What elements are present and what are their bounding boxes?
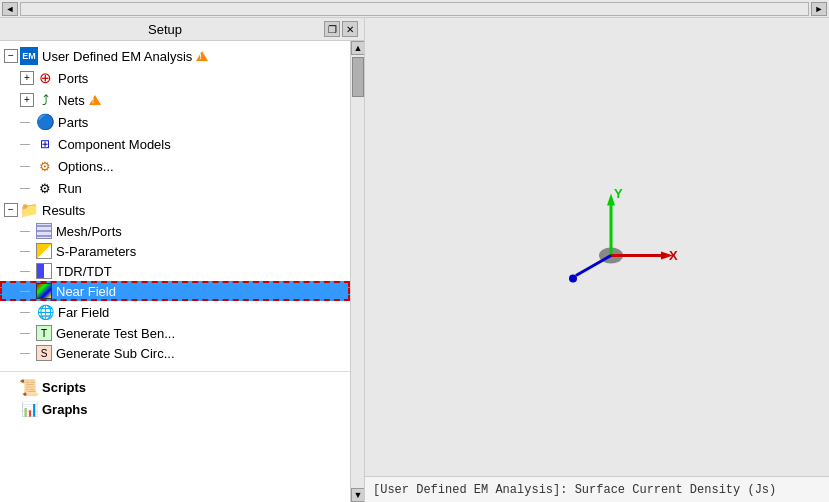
farfield-icon: 🌐: [36, 303, 54, 321]
comp-icon: ⊞: [36, 135, 54, 153]
status-bar: [User Defined EM Analysis]: Surface Curr…: [365, 476, 829, 502]
tree-item-parts[interactable]: 🔵Parts: [0, 111, 350, 133]
mesh-icon: [36, 223, 52, 239]
item-label: Parts: [58, 115, 88, 130]
tree-item-options[interactable]: ⚙Options...: [0, 155, 350, 177]
tree-connector: [20, 291, 36, 292]
tree-connector: [20, 271, 36, 272]
tree-item-gen-sub-circ[interactable]: SGenerate Sub Circ...: [0, 343, 350, 363]
sidebar-item-scripts[interactable]: 📜 Scripts: [0, 376, 350, 398]
item-label: Nets: [58, 93, 85, 108]
tree-item-s-parameters[interactable]: S-Parameters: [0, 241, 350, 261]
warning-icon: [196, 51, 208, 61]
scroll-right-arrow[interactable]: ►: [811, 2, 827, 16]
item-label: User Defined EM Analysis: [42, 49, 192, 64]
expand-btn[interactable]: −: [4, 49, 18, 63]
setup-panel: Setup ❐ ✕ −EMUser Defined EM Analysis+⊕P…: [0, 18, 365, 502]
bottom-items: 📜 Scripts 📊 Graphs: [0, 371, 350, 420]
axes-svg: Y X: [561, 186, 681, 306]
tree-item-component-models[interactable]: ⊞Component Models: [0, 133, 350, 155]
item-label: Mesh/Ports: [56, 224, 122, 239]
warning-icon: [89, 95, 101, 105]
tree-item-gen-test-ben[interactable]: TGenerate Test Ben...: [0, 323, 350, 343]
top-scrollbar[interactable]: ◄ ►: [0, 0, 829, 18]
item-label: Ports: [58, 71, 88, 86]
graphs-label: Graphs: [42, 402, 88, 417]
item-label: Results: [42, 203, 85, 218]
panel-header: Setup ❐ ✕: [0, 18, 364, 41]
tree-connector: [20, 144, 36, 145]
expand-btn[interactable]: +: [20, 93, 34, 107]
tree-item-run[interactable]: ⚙Run: [0, 177, 350, 199]
run-icon: ⚙: [36, 179, 54, 197]
item-label: Options...: [58, 159, 114, 174]
scroll-left-arrow[interactable]: ◄: [2, 2, 18, 16]
nearfield-icon: [36, 283, 52, 299]
tree-item-root[interactable]: −EMUser Defined EM Analysis: [0, 45, 350, 67]
parts-icon: 🔵: [36, 113, 54, 131]
z-axis-line: [576, 256, 611, 276]
item-label: Generate Test Ben...: [56, 326, 175, 341]
tree-item-mesh-ports[interactable]: Mesh/Ports: [0, 221, 350, 241]
tree-connector: [20, 166, 36, 167]
tree-item-far-field[interactable]: 🌐Far Field: [0, 301, 350, 323]
tree-container: −EMUser Defined EM Analysis+⊕Ports+⤴Nets…: [0, 41, 350, 502]
scroll-track[interactable]: [20, 2, 809, 16]
tree-item-tdr-tdt[interactable]: TDR/TDT: [0, 261, 350, 281]
tree-connector: [20, 231, 36, 232]
item-label: Generate Sub Circ...: [56, 346, 175, 361]
3d-viewport[interactable]: Y X: [365, 18, 829, 476]
item-label: TDR/TDT: [56, 264, 112, 279]
item-label: S-Parameters: [56, 244, 136, 259]
y-label: Y: [614, 186, 623, 201]
close-button[interactable]: ✕: [342, 21, 358, 37]
scroll-down-arrow[interactable]: ▼: [351, 488, 364, 502]
tree-item-nets[interactable]: +⤴Nets: [0, 89, 350, 111]
scripts-icon: 📜: [20, 378, 38, 396]
sparams-icon: [36, 243, 52, 259]
graphs-icon: 📊: [20, 400, 38, 418]
nets-icon: ⤴: [36, 91, 54, 109]
panel-buttons: ❐ ✕: [324, 21, 358, 37]
item-label: Component Models: [58, 137, 171, 152]
x-label: X: [669, 248, 678, 263]
expand-btn[interactable]: +: [20, 71, 34, 85]
tree-connector: [20, 312, 36, 313]
options-icon: ⚙: [36, 157, 54, 175]
testben-icon: T: [36, 325, 52, 341]
em-icon: EM: [20, 47, 38, 65]
tree-connector: [20, 353, 36, 354]
restore-button[interactable]: ❐: [324, 21, 340, 37]
item-label: Far Field: [58, 305, 109, 320]
ports-icon: ⊕: [36, 69, 54, 87]
scripts-label: Scripts: [42, 380, 86, 395]
scroll-up-arrow[interactable]: ▲: [351, 41, 364, 55]
tree-list: −EMUser Defined EM Analysis+⊕Ports+⤴Nets…: [0, 41, 350, 367]
subcirc-icon: S: [36, 345, 52, 361]
tree-item-near-field[interactable]: Near Field: [0, 281, 350, 301]
panel-title: Setup: [6, 22, 324, 37]
scroll-thumb[interactable]: [352, 57, 364, 97]
tree-connector: [20, 251, 36, 252]
item-label: Run: [58, 181, 82, 196]
viewport-panel: Y X [User Defined EM Analysis]: Surface …: [365, 18, 829, 502]
item-label: Near Field: [56, 284, 116, 299]
coordinate-axes: Y X: [561, 186, 681, 309]
tdr-icon: [36, 263, 52, 279]
results-icon: 📁: [20, 201, 38, 219]
scroll-track[interactable]: [351, 55, 364, 488]
status-text: [User Defined EM Analysis]: Surface Curr…: [373, 483, 776, 497]
z-axis-dot: [569, 275, 577, 283]
sidebar-item-graphs[interactable]: 📊 Graphs: [0, 398, 350, 420]
tree-connector: [20, 188, 36, 189]
tree-connector: [20, 333, 36, 334]
expand-btn[interactable]: −: [4, 203, 18, 217]
tree-item-ports[interactable]: +⊕Ports: [0, 67, 350, 89]
tree-connector: [20, 122, 36, 123]
vertical-scrollbar[interactable]: ▲ ▼: [350, 41, 364, 502]
tree-item-results[interactable]: −📁Results: [0, 199, 350, 221]
